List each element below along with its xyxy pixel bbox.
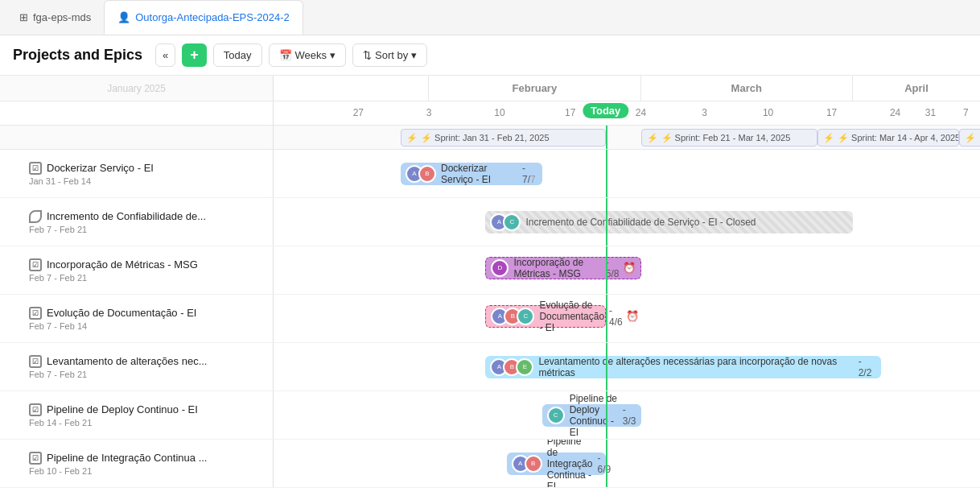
date-feb24: 24: [636, 107, 646, 118]
chevron-down-icon-sort: ▾: [411, 49, 417, 61]
avatars-4: A B C: [491, 308, 534, 325]
gantt-bar-6[interactable]: C Pipeline de Deploy Continuo - EI - 3/3: [542, 404, 641, 427]
person-icon: 👤: [117, 11, 130, 23]
today-line: [606, 126, 607, 149]
date-feb3: 3: [426, 107, 432, 118]
bar-count-1: - 7/7: [522, 163, 537, 185]
sprint-row: ⚡ ⚡ Sprint: Jan 31 - Feb 21, 2025 ⚡ ⚡ Sp…: [0, 126, 980, 150]
task-icon-3: ☑: [29, 258, 42, 271]
avatars-5: A B E: [490, 358, 533, 376]
sprint-2[interactable]: ⚡ ⚡ Sprint: Feb 21 - Mar 14, 2025: [641, 129, 818, 147]
sprint-4[interactable]: ⚡ ⚡ Sprint: A...: [959, 129, 980, 147]
sprint-icon-1: ⚡: [406, 133, 418, 143]
month-apr: April: [904, 82, 929, 94]
tab-fga-eps-mds[interactable]: ⊞ fga-eps-mds: [6, 0, 104, 35]
sprint-1-label: ⚡ Sprint: Jan 31 - Feb 21, 2025: [421, 133, 550, 143]
avatars-7: A B: [512, 455, 542, 473]
weeks-label: Weeks: [295, 49, 327, 61]
date-27: 27: [353, 107, 364, 118]
task-name-7: Pipeline de Integração Continua ...: [47, 452, 207, 464]
sprint-icon-4: ⚡: [965, 133, 976, 143]
avatar-4c: C: [517, 308, 534, 325]
task-row: ☑ Incorporação de Métricas - MSG Feb 7 -…: [0, 246, 980, 295]
task-row: ☑ Levantamento de alterações nec... Feb …: [0, 343, 980, 391]
task-name-5: Levantamento de alterações nec...: [47, 355, 207, 367]
bar-count-4: - 4/6: [609, 305, 623, 328]
task-icon-6: ☑: [29, 403, 42, 416]
date-mar17: 17: [826, 107, 837, 118]
bar-label-7: Pipeline de Integração Continua - EI: [547, 440, 593, 487]
task-name-4: Evolução de Documentação - EI: [47, 307, 196, 319]
task-label-3: ☑ Incorporação de Métricas - MSG Feb 7 -…: [0, 246, 274, 294]
avatars-3: D: [491, 259, 509, 277]
task-label-2: Incremento de Confiabilidade de... Feb 7…: [0, 198, 274, 246]
task-name-1: Dockerizar Serviço - EI: [47, 162, 154, 174]
today-badge: Today: [583, 105, 628, 117]
gantt-bar-1[interactable]: A B Dockerizar Serviço - EI - 7/7: [401, 163, 542, 185]
today-line-2: [606, 198, 607, 246]
sprint-3-label: ⚡ Sprint: Mar 14 - Apr 4, 2025: [838, 133, 959, 143]
avatars-1: A B: [406, 165, 436, 183]
task-icon-7: ☑: [29, 452, 42, 465]
sprint-3[interactable]: ⚡ ⚡ Sprint: Mar 14 - Apr 4, 2025: [817, 129, 959, 147]
task-label-4: ☑ Evolução de Documentação - EI Feb 7 - …: [0, 295, 274, 342]
task-row: ☑ Dockerizar Serviço - EI Jan 31 - Feb 1…: [0, 150, 980, 198]
today-line-6: [606, 391, 607, 439]
date-mar24: 24: [890, 107, 900, 118]
task-icon-2: [29, 210, 42, 223]
avatar-1b: B: [418, 165, 436, 183]
task-label-5: ☑ Levantamento de alterações nec... Feb …: [0, 343, 274, 390]
bar-label-1: Dockerizar Serviço - EI: [441, 163, 517, 185]
tab-outorga[interactable]: 👤 Outorga-Antecipada-EPS-2024-2: [104, 0, 303, 35]
bar-label-5: Levantamento de alterações necessárias p…: [538, 356, 853, 378]
date-feb17: 17: [565, 107, 575, 118]
date-mar31: 31: [925, 107, 936, 118]
task-row: Incremento de Confiabilidade de... Feb 7…: [0, 198, 980, 246]
sort-icon: ⇅: [363, 49, 372, 61]
gantt-bar-3[interactable]: D Incorporação de Métricas - MSG - 5/8 ⏰: [485, 257, 640, 279]
task-row: ☑ Pipeline de Deploy Continuo - EI Feb 1…: [0, 391, 980, 440]
task-date-7: Feb 10 - Feb 21: [29, 466, 263, 476]
weeks-button[interactable]: 📅 Weeks ▾: [269, 43, 347, 67]
avatars-6: C: [547, 407, 565, 424]
month-header: January 2025 February March April: [0, 76, 980, 101]
sort-label: Sort by: [375, 49, 408, 61]
gantt-bar-5[interactable]: A B E Levantamento de alterações necessá…: [485, 356, 881, 378]
task-icon-5: ☑: [29, 355, 42, 368]
date-feb10: 10: [494, 107, 504, 118]
task-icon-4: ☑: [29, 307, 42, 320]
sprint-icon-3: ⚡: [823, 133, 834, 143]
avatar-6a: C: [547, 407, 565, 424]
overdue-icon-4: ⏰: [626, 310, 639, 322]
today-line-1: [606, 150, 607, 197]
bar-label-6: Pipeline de Deploy Continuo - EI: [570, 393, 618, 438]
bar-count-3: - 5/8: [606, 257, 620, 279]
task-label-6: ☑ Pipeline de Deploy Continuo - EI Feb 1…: [0, 391, 274, 439]
gantt-bar-2[interactable]: A C Incremento de Confiabilidade de Serv…: [485, 211, 853, 233]
bar-label-2: Incremento de Confiabilidade de Serviço …: [525, 217, 756, 228]
gantt-bar-7[interactable]: A B Pipeline de Integração Continua - EI…: [507, 452, 606, 475]
grid-icon: ⊞: [19, 11, 28, 23]
overdue-icon-3: ⏰: [623, 262, 636, 274]
gantt-bar-4[interactable]: A B C Evolução de Documentação - EI - 4/…: [485, 305, 605, 328]
date-apr7: 7: [963, 107, 969, 118]
add-button[interactable]: +: [182, 43, 207, 67]
sprint-icon-2: ⚡: [647, 133, 658, 143]
task-row: ☑ Pipeline de Integração Continua ... Fe…: [0, 440, 980, 488]
today-line-7: [606, 440, 607, 487]
sprint-1[interactable]: ⚡ ⚡ Sprint: Jan 31 - Feb 21, 2025: [401, 129, 606, 147]
avatar-5c: E: [516, 358, 533, 376]
task-date-5: Feb 7 - Feb 21: [29, 370, 263, 379]
sprint-2-label: ⚡ Sprint: Feb 21 - Mar 14, 2025: [661, 133, 791, 143]
avatar-3a: D: [491, 259, 509, 277]
task-label-7: ☑ Pipeline de Integração Continua ... Fe…: [0, 440, 274, 487]
date-mar10: 10: [763, 107, 773, 118]
today-line-3: [606, 246, 607, 294]
back-button[interactable]: «: [155, 43, 175, 67]
today-button[interactable]: Today: [213, 43, 262, 67]
task-row: ☑ Evolução de Documentação - EI Feb 7 - …: [0, 295, 980, 343]
page-title: Projects and Epics: [13, 47, 142, 64]
sort-by-button[interactable]: ⇅ Sort by ▾: [352, 43, 427, 67]
task-date-2: Feb 7 - Feb 21: [29, 225, 263, 234]
task-name-2: Incremento de Confiabilidade de...: [47, 210, 206, 222]
